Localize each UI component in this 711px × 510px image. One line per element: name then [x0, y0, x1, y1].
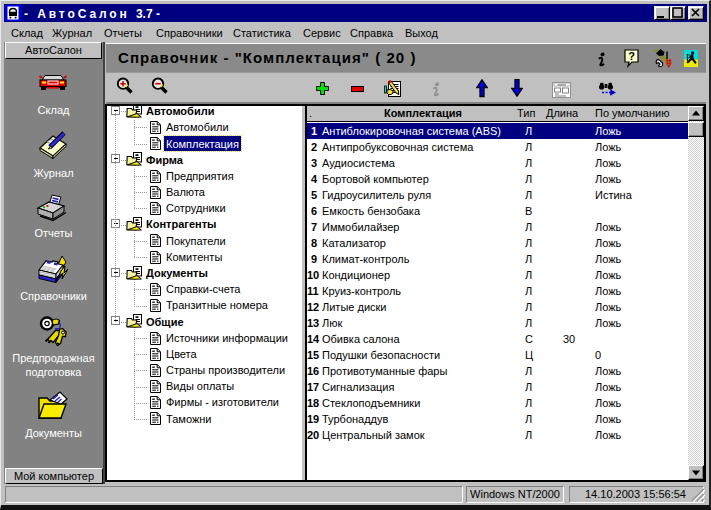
svg-text:?: ?	[628, 50, 635, 62]
